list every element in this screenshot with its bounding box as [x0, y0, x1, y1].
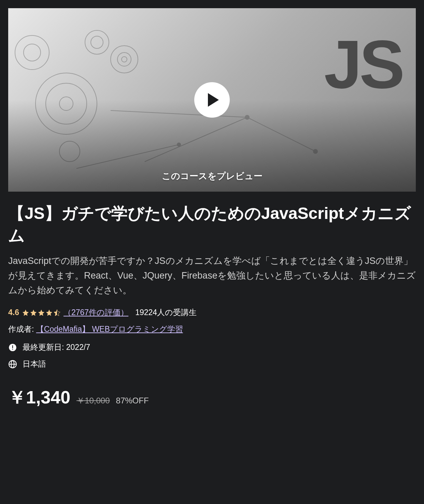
price-current: ￥1,340: [8, 386, 70, 410]
svg-rect-19: [12, 345, 13, 348]
play-icon: [208, 93, 219, 107]
course-preview[interactable]: JS このコースをプレビュー: [8, 8, 416, 192]
price-row: ￥1,340 ￥10,000 87%OFF: [8, 386, 416, 410]
globe-icon: [8, 360, 17, 369]
reviews-link[interactable]: （2767件の評価）: [63, 307, 128, 318]
star-icon: [30, 309, 37, 316]
last-updated: 最終更新日: 2022/7: [23, 342, 90, 353]
course-language: 日本語: [23, 359, 46, 369]
star-icon: [22, 309, 29, 316]
star-icon: [45, 309, 53, 316]
author-row: 作成者: 【CodeMafia】 WEBプログラミング学習: [8, 324, 416, 335]
author-link[interactable]: 【CodeMafia】 WEBプログラミング学習: [36, 325, 183, 333]
svg-rect-20: [12, 349, 13, 350]
price-original: ￥10,000: [76, 395, 110, 406]
language-row: 日本語: [8, 359, 416, 369]
play-button[interactable]: [194, 82, 230, 118]
price-discount: 87%OFF: [116, 396, 149, 405]
badge-icon: [8, 343, 17, 352]
updated-row: 最終更新日: 2022/7: [8, 342, 416, 353]
rating-stars: [22, 309, 61, 316]
star-icon: [38, 309, 45, 316]
rating-value: 4.6: [8, 308, 19, 317]
rating-row: 4.6 （2767件の評価） 19224人の受講生: [8, 307, 416, 318]
course-title: 【JS】ガチで学びたい人のためのJavaScriptメカニズム: [8, 203, 416, 247]
author-label: 作成者:: [8, 325, 34, 333]
star-half-icon: [53, 309, 61, 316]
students-count: 19224人の受講生: [135, 307, 197, 318]
course-description: JavaScriptでの開発が苦手ですか？JSのメカニズムを学べば「これまでとは…: [8, 254, 416, 298]
preview-label: このコースをプレビュー: [8, 170, 416, 182]
